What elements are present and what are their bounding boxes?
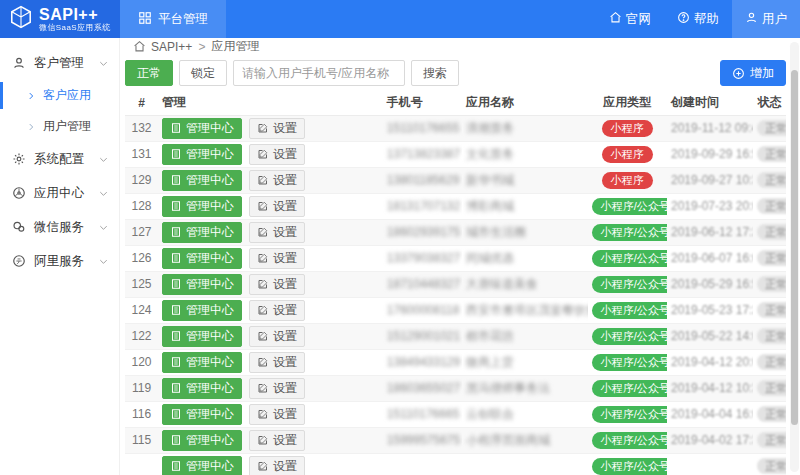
manage-center-button[interactable]: 管理中心 xyxy=(162,118,242,139)
settings-button[interactable]: 设置 xyxy=(249,170,305,191)
filter-locked-button[interactable]: 锁定 xyxy=(179,60,227,86)
breadcrumb-current: 应用管理 xyxy=(211,38,259,55)
manage-cell: 管理中心设置 xyxy=(158,323,383,349)
search-button[interactable]: 搜索 xyxy=(411,60,459,86)
list-icon xyxy=(170,408,182,420)
manage-center-button[interactable]: 管理中心 xyxy=(162,144,242,165)
sidebar-group-customer[interactable]: 客户管理 xyxy=(0,46,119,80)
list-icon xyxy=(170,200,182,212)
app-type-badge: 小程序/公众号 xyxy=(592,406,667,423)
app-name: 浪潮票务 xyxy=(466,121,514,135)
manage-center-button[interactable]: 管理中心 xyxy=(162,404,242,425)
status-badge: 正常 xyxy=(757,146,786,162)
manage-center-button[interactable]: 管理中心 xyxy=(162,248,242,269)
logo[interactable]: SAPI++ 微信SaaS应用系统 xyxy=(0,0,120,38)
status-badge: 正常 xyxy=(757,120,786,136)
add-button[interactable]: 增加 xyxy=(720,60,786,86)
manage-center-button[interactable]: 管理中心 xyxy=(162,196,242,217)
sidebar-group-system-config[interactable]: 系统配置 xyxy=(0,142,119,176)
manage-cell: 管理中心设置 xyxy=(158,349,383,375)
manage-center-button[interactable]: 管理中心 xyxy=(162,170,242,191)
settings-button[interactable]: 设置 xyxy=(249,456,305,475)
plus-circle-icon xyxy=(732,67,745,80)
chevron-down-icon xyxy=(98,154,109,165)
app-type-badge: 小程序 xyxy=(602,120,653,137)
row-id: 119 xyxy=(125,375,158,401)
row-id: 122 xyxy=(125,323,158,349)
list-icon xyxy=(170,434,182,446)
vertical-scrollbar[interactable] xyxy=(790,42,799,472)
sidebar-group-app-center[interactable]: 应用中心 xyxy=(0,176,119,210)
phone-number: 15110176655 xyxy=(387,121,460,135)
apps-table: #管理手机号应用名称应用类型创建时间状态132管理中心设置15110176655… xyxy=(125,91,786,475)
cube-logo-icon xyxy=(8,4,34,34)
manage-center-button[interactable]: 管理中心 xyxy=(162,274,242,295)
row-id: 116 xyxy=(125,401,158,427)
sidebar-item-customer-apps[interactable]: 客户应用 xyxy=(0,80,119,111)
breadcrumb: SAPI++ > 应用管理 xyxy=(120,38,800,55)
manage-cell: 管理中心设置 xyxy=(158,297,383,323)
phone-number: 13713823387 xyxy=(387,147,460,161)
nav-item-website[interactable]: 官网 xyxy=(596,0,664,38)
status-badge: 正常 xyxy=(757,224,786,240)
settings-button[interactable]: 设置 xyxy=(249,378,305,399)
sidebar-group-wechat-services[interactable]: 微信服务 xyxy=(0,210,119,244)
column-header: # xyxy=(125,91,158,115)
nav-tab-platform-admin[interactable]: 平台管理 xyxy=(120,0,226,38)
manage-cell: 管理中心设置 xyxy=(158,219,383,245)
column-header: 状态 xyxy=(753,91,786,115)
sidebar-item-user-admin[interactable]: 用户管理 xyxy=(0,111,119,142)
manage-cell: 管理中心设置 xyxy=(158,167,383,193)
created-time: 2019-11-12 09:43 xyxy=(671,121,753,135)
breadcrumb-root[interactable]: SAPI++ xyxy=(151,40,192,54)
scrollbar-thumb[interactable] xyxy=(791,70,798,425)
app-type-badge: 小程序/公众号 xyxy=(592,302,667,319)
settings-button[interactable]: 设置 xyxy=(249,144,305,165)
sidebar-group-ali-services[interactable]: 阿里服务 xyxy=(0,244,119,278)
settings-button[interactable]: 设置 xyxy=(249,326,305,347)
phone-number: 18131707132 xyxy=(387,199,460,213)
settings-button[interactable]: 设置 xyxy=(249,300,305,321)
app-center-icon xyxy=(12,186,26,200)
list-icon xyxy=(170,174,182,186)
manage-cell: 管理中心设置 xyxy=(158,427,383,453)
app-type-badge: 小程序/公众号 xyxy=(592,458,667,475)
nav-item-label: 帮助 xyxy=(694,11,719,28)
manage-center-button[interactable]: 管理中心 xyxy=(162,300,242,321)
settings-button[interactable]: 设置 xyxy=(249,248,305,269)
created-time: 2019-09-27 10:36 xyxy=(671,173,753,187)
table-row: 128管理中心设置18131707132博彩商城小程序/公众号2019-07-2… xyxy=(125,193,786,219)
column-header: 应用名称 xyxy=(462,91,588,115)
manage-center-button[interactable]: 管理中心 xyxy=(162,222,242,243)
list-icon xyxy=(170,148,182,160)
nav-item-help[interactable]: 帮助 xyxy=(664,0,732,38)
manage-center-button[interactable]: 管理中心 xyxy=(162,326,242,347)
settings-button[interactable]: 设置 xyxy=(249,430,305,451)
nav-item-user[interactable]: 用户 xyxy=(732,0,800,38)
phone-number: 15110176665 xyxy=(387,407,460,421)
filter-normal-button[interactable]: 正常 xyxy=(125,60,173,86)
manage-center-button[interactable]: 管理中心 xyxy=(162,430,242,451)
app-type-badge: 小程序 xyxy=(602,172,653,189)
table-row: 116管理中心设置15110176665云创联合小程序/公众号2019-04-0… xyxy=(125,401,786,427)
app-type-badge: 小程序/公众号 xyxy=(592,198,667,215)
manage-center-button[interactable]: 管理中心 xyxy=(162,378,242,399)
created-time: 2019-04-04 16:07 xyxy=(671,407,753,421)
row-id: 124 xyxy=(125,297,158,323)
settings-button[interactable]: 设置 xyxy=(249,404,305,425)
row-id: 120 xyxy=(125,349,158,375)
settings-button[interactable]: 设置 xyxy=(249,352,305,373)
edit-icon xyxy=(257,200,269,212)
chevron-down-icon xyxy=(98,256,109,267)
settings-button[interactable]: 设置 xyxy=(249,196,305,217)
settings-button[interactable]: 设置 xyxy=(249,274,305,295)
manage-center-button[interactable]: 管理中心 xyxy=(162,456,242,475)
edit-icon xyxy=(257,382,269,394)
top-navbar: SAPI++ 微信SaaS应用系统 平台管理 官网 xyxy=(0,0,800,38)
settings-button[interactable]: 设置 xyxy=(249,118,305,139)
sidebar-group-label: 微信服务 xyxy=(34,219,84,236)
manage-center-button[interactable]: 管理中心 xyxy=(162,352,242,373)
app-name: 微商上货 xyxy=(466,355,514,369)
settings-button[interactable]: 设置 xyxy=(249,222,305,243)
search-input[interactable] xyxy=(233,60,405,86)
